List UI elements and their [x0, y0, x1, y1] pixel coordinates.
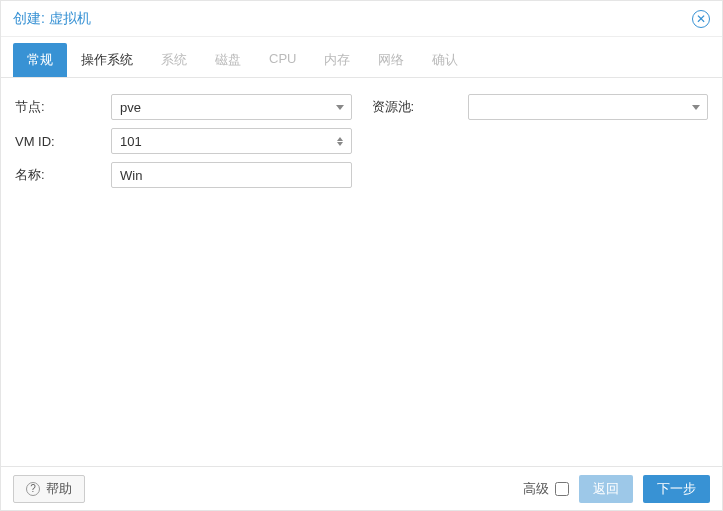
titlebar: 创建: 虚拟机 ✕ — [1, 1, 722, 37]
wizard-tabs: 常规 操作系统 系统 磁盘 CPU 内存 网络 确认 — [1, 37, 722, 78]
chevron-down-icon[interactable] — [684, 94, 708, 120]
tab-confirm: 确认 — [418, 43, 472, 77]
node-select[interactable] — [111, 94, 352, 120]
node-label: 节点: — [15, 98, 111, 116]
left-column: 节点: VM ID: 名称: — [15, 94, 352, 450]
advanced-label: 高级 — [523, 480, 549, 498]
close-icon[interactable]: ✕ — [692, 10, 710, 28]
pool-label: 资源池: — [372, 98, 468, 116]
tab-os[interactable]: 操作系统 — [67, 43, 147, 77]
help-label: 帮助 — [46, 480, 72, 498]
back-button[interactable]: 返回 — [579, 475, 633, 503]
row-vmid: VM ID: — [15, 128, 352, 154]
tab-memory: 内存 — [310, 43, 364, 77]
create-vm-dialog: 创建: 虚拟机 ✕ 常规 操作系统 系统 磁盘 CPU 内存 网络 确认 节点:… — [0, 0, 723, 511]
right-column: 资源池: — [372, 94, 709, 450]
vmid-label: VM ID: — [15, 134, 111, 149]
next-button[interactable]: 下一步 — [643, 475, 710, 503]
advanced-checkbox[interactable] — [555, 482, 569, 496]
advanced-toggle[interactable]: 高级 — [523, 480, 569, 498]
spinner-icon[interactable] — [328, 128, 352, 154]
name-input[interactable] — [111, 162, 352, 188]
help-button[interactable]: ? 帮助 — [13, 475, 85, 503]
help-icon: ? — [26, 482, 40, 496]
chevron-down-icon[interactable] — [328, 94, 352, 120]
row-pool: 资源池: — [372, 94, 709, 120]
tab-general[interactable]: 常规 — [13, 43, 67, 77]
tab-disk: 磁盘 — [201, 43, 255, 77]
pool-select[interactable] — [468, 94, 709, 120]
tab-network: 网络 — [364, 43, 418, 77]
form-body: 节点: VM ID: 名称: — [1, 78, 722, 466]
tab-cpu: CPU — [255, 43, 310, 77]
tab-system: 系统 — [147, 43, 201, 77]
row-node: 节点: — [15, 94, 352, 120]
name-label: 名称: — [15, 166, 111, 184]
vmid-input[interactable] — [111, 128, 352, 154]
window-title: 创建: 虚拟机 — [13, 10, 91, 28]
row-name: 名称: — [15, 162, 352, 188]
footer: ? 帮助 高级 返回 下一步 — [1, 466, 722, 510]
